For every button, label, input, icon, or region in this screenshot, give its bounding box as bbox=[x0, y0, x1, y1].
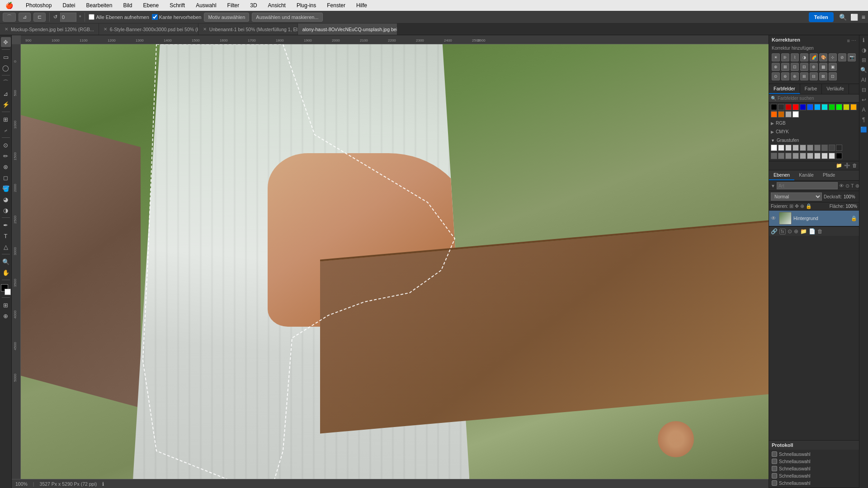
korr-bw[interactable]: ⊘ bbox=[838, 53, 846, 61]
cmyk-group-header[interactable]: ▶ CMYK bbox=[771, 128, 857, 135]
fix-pixels-icon[interactable]: ⊞ bbox=[789, 203, 793, 209]
text-tool[interactable]: T bbox=[1, 231, 11, 241]
gs-4[interactable] bbox=[800, 145, 806, 151]
gs-11[interactable] bbox=[778, 153, 784, 159]
properties-tool[interactable]: ⊕ bbox=[1, 311, 11, 321]
prot-item-3[interactable]: Schnellauswahl bbox=[769, 472, 859, 479]
pen-tool[interactable]: ✒ bbox=[1, 220, 11, 230]
edge-enhance-input[interactable] bbox=[152, 14, 158, 20]
layer-vis-icon[interactable]: 👁 bbox=[771, 215, 777, 221]
korr-extra1[interactable]: ⊙ bbox=[772, 72, 780, 80]
swatch-15[interactable] bbox=[793, 111, 799, 117]
korr-extra3[interactable]: ⊛ bbox=[791, 72, 799, 80]
ebenen-smart-icon[interactable]: ⊛ bbox=[855, 183, 859, 189]
tab-1[interactable]: ✕ 6-Style-Banner-3000x3000.psd bei 50% (… bbox=[99, 23, 198, 35]
korr-gradient-map[interactable]: ▦ bbox=[819, 63, 827, 71]
swatch-6[interactable] bbox=[814, 104, 821, 110]
ebenen-adjustment-icon[interactable]: ⊙ bbox=[845, 183, 849, 189]
brush-tool[interactable]: ✏ bbox=[1, 151, 11, 161]
fb-folder-icon[interactable]: 📁 bbox=[836, 163, 842, 169]
menu-hilfe[interactable]: Hilfe bbox=[354, 1, 369, 9]
menu-bearbeiten[interactable]: Bearbeiten bbox=[84, 1, 114, 9]
blend-mode-select[interactable]: Normal bbox=[771, 192, 822, 201]
arrange-icon[interactable]: ⬜ bbox=[850, 14, 858, 21]
side-icon-adjust[interactable]: ◑ bbox=[862, 47, 866, 53]
gs-5[interactable] bbox=[807, 145, 813, 151]
korr-extra7[interactable]: ⊡ bbox=[829, 72, 837, 80]
side-icon-character[interactable]: A bbox=[862, 107, 865, 113]
clone-tool[interactable]: ⊛ bbox=[1, 162, 11, 172]
fb-tab-farbfelder[interactable]: Farbfelder bbox=[769, 84, 800, 94]
ebenen-delete-icon[interactable]: 🗑 bbox=[817, 228, 823, 235]
rgb-group-header[interactable]: ▶ RGB bbox=[771, 120, 857, 127]
tool-lasso-btn[interactable]: ⌒ bbox=[3, 13, 16, 22]
gs-1[interactable] bbox=[778, 145, 784, 151]
ebenen-fx-icon[interactable]: fx bbox=[779, 229, 786, 235]
menu-ebene[interactable]: Ebene bbox=[141, 1, 160, 9]
ebenen-group-icon[interactable]: 📁 bbox=[800, 228, 807, 235]
swatch-5[interactable] bbox=[807, 104, 813, 110]
magic-wand-tool[interactable]: ⚡ bbox=[1, 99, 11, 109]
korr-extra4[interactable]: ⊞ bbox=[800, 72, 808, 80]
canvas-area[interactable]: 900 1000 1100 1200 1300 1400 1500 1600 1… bbox=[12, 35, 769, 488]
ebenen-new-icon[interactable]: 📄 bbox=[809, 228, 816, 235]
tool-magnetic-btn[interactable]: ⊏ bbox=[33, 13, 46, 22]
prot-item-0[interactable]: Schnellauswahl bbox=[769, 450, 859, 458]
korr-exposure[interactable]: ◑ bbox=[800, 53, 808, 61]
zoom-tool[interactable]: 🔍 bbox=[1, 257, 11, 267]
gs-9[interactable] bbox=[836, 145, 842, 151]
menu-filter[interactable]: Filter bbox=[226, 1, 241, 9]
korr-hue[interactable]: 🎨 bbox=[819, 53, 827, 61]
korr-levels[interactable]: ⊪ bbox=[781, 53, 789, 61]
gs-6[interactable] bbox=[814, 145, 821, 151]
layer-lock-icon[interactable]: 🔒 bbox=[851, 216, 857, 221]
gs-18[interactable] bbox=[829, 153, 835, 159]
gs-2[interactable] bbox=[785, 145, 792, 151]
korr-posterize[interactable]: ⊟ bbox=[800, 63, 808, 71]
gs-17[interactable] bbox=[821, 153, 828, 159]
side-icon-info[interactable]: ℹ bbox=[863, 37, 865, 43]
tab-close-2[interactable]: ✕ bbox=[203, 27, 207, 32]
select-subject-btn[interactable]: Motiv auswählen bbox=[204, 13, 249, 22]
side-icon-layers[interactable]: ⊞ bbox=[862, 57, 866, 63]
hand-tool[interactable]: ✋ bbox=[1, 267, 11, 277]
sample-all-input[interactable] bbox=[89, 14, 94, 20]
shape-tool[interactable]: △ bbox=[1, 242, 11, 252]
side-icon-panels[interactable]: ⊟ bbox=[862, 87, 866, 93]
fix-artboard-icon[interactable]: ⊕ bbox=[800, 203, 804, 209]
korr-curves[interactable]: ⌇ bbox=[791, 53, 799, 61]
canvas-container[interactable] bbox=[21, 44, 769, 479]
tab-close-0[interactable]: ✕ bbox=[5, 27, 8, 32]
korr-brightness[interactable]: ☀ bbox=[772, 53, 780, 61]
move-tool[interactable]: ✥ bbox=[1, 37, 11, 47]
korr-channel-mix[interactable]: ⊕ bbox=[772, 63, 780, 71]
menu-photoshop[interactable]: Photoshop bbox=[24, 1, 53, 9]
polygon-lasso-tool[interactable]: ⊿ bbox=[1, 89, 11, 99]
swatch-1[interactable] bbox=[778, 104, 784, 110]
swatch-2[interactable] bbox=[785, 104, 792, 110]
korr-invert[interactable]: ⊡ bbox=[791, 63, 799, 71]
swatch-14[interactable] bbox=[785, 111, 792, 117]
ellipse-select-tool[interactable]: ◯ bbox=[1, 63, 11, 73]
gs-8[interactable] bbox=[829, 145, 835, 151]
korr-color-balance[interactable]: ⊹ bbox=[829, 53, 837, 61]
share-btn[interactable]: Teilen bbox=[809, 12, 834, 22]
protokoll-header[interactable]: Protokoll bbox=[769, 441, 859, 450]
search-icon[interactable]: 🔍 bbox=[839, 14, 847, 21]
frame-tool[interactable]: ⊞ bbox=[1, 300, 11, 310]
korr-photo-filter[interactable]: 📷 bbox=[848, 53, 856, 61]
menu-schrift[interactable]: Schrift bbox=[168, 1, 187, 9]
paint-bucket-tool[interactable]: 🪣 bbox=[1, 183, 11, 193]
blur-tool[interactable]: ◕ bbox=[1, 194, 11, 204]
tab-kanaele[interactable]: Kanäle bbox=[794, 170, 818, 180]
graustufen-group-header[interactable]: ▼ Graustufen bbox=[771, 137, 857, 144]
fb-tab-farbe[interactable]: Farbe bbox=[800, 84, 822, 94]
menu-ansicht[interactable]: Ansicht bbox=[266, 1, 288, 9]
fb-tab-verlaeufe[interactable]: Verläufe bbox=[822, 84, 849, 94]
gs-3[interactable] bbox=[793, 145, 799, 151]
gs-15[interactable] bbox=[807, 153, 813, 159]
menu-plugins[interactable]: Plug-ins bbox=[295, 1, 318, 9]
eraser-tool[interactable]: ◻ bbox=[1, 173, 11, 183]
swatch-3[interactable] bbox=[793, 104, 799, 110]
tab-ebenen[interactable]: Ebenen bbox=[769, 170, 794, 180]
